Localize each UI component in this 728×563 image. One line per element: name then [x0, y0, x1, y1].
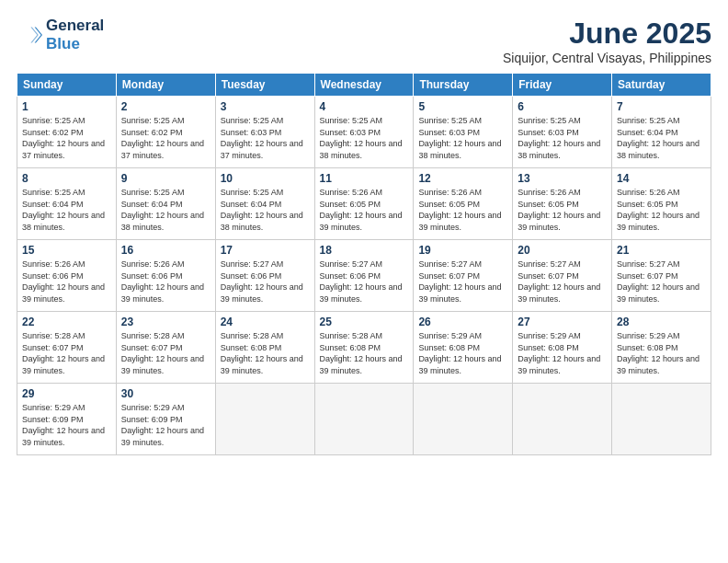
cell-info: Sunrise: 5:26 AMSunset: 6:05 PMDaylight:…	[320, 188, 403, 232]
day-number: 11	[320, 172, 409, 185]
location-title: Siquijor, Central Visayas, Philippines	[503, 51, 711, 65]
table-row: 17 Sunrise: 5:27 AMSunset: 6:06 PMDaylig…	[215, 240, 314, 312]
day-number: 16	[121, 244, 210, 257]
table-row: 4 Sunrise: 5:25 AMSunset: 6:03 PMDayligh…	[314, 97, 414, 168]
calendar-week-row: 8 Sunrise: 5:25 AMSunset: 6:04 PMDayligh…	[17, 168, 711, 240]
col-wednesday: Wednesday	[314, 74, 414, 97]
calendar: Sunday Monday Tuesday Wednesday Thursday…	[17, 73, 711, 455]
day-number: 4	[320, 100, 409, 113]
table-row: 15 Sunrise: 5:26 AMSunset: 6:06 PMDaylig…	[17, 240, 117, 312]
day-number: 29	[22, 387, 111, 400]
table-row: 13 Sunrise: 5:26 AMSunset: 6:05 PMDaylig…	[513, 168, 612, 240]
table-row	[314, 384, 414, 455]
calendar-week-row: 1 Sunrise: 5:25 AMSunset: 6:02 PMDayligh…	[17, 97, 711, 168]
table-row: 27 Sunrise: 5:29 AMSunset: 6:08 PMDaylig…	[513, 312, 612, 384]
cell-info: Sunrise: 5:25 AMSunset: 6:03 PMDaylight:…	[221, 116, 303, 160]
page: General Blue June 2025 Siquijor, Central…	[0, 0, 728, 563]
day-number: 9	[121, 172, 210, 185]
table-row	[612, 384, 711, 455]
cell-info: Sunrise: 5:25 AMSunset: 6:03 PMDaylight:…	[418, 116, 501, 160]
cell-info: Sunrise: 5:26 AMSunset: 6:05 PMDaylight:…	[617, 188, 700, 232]
cell-info: Sunrise: 5:27 AMSunset: 6:06 PMDaylight:…	[320, 259, 403, 304]
day-number: 15	[22, 244, 111, 257]
day-number: 17	[221, 244, 310, 257]
table-row: 10 Sunrise: 5:25 AMSunset: 6:04 PMDaylig…	[215, 168, 314, 240]
cell-info: Sunrise: 5:27 AMSunset: 6:06 PMDaylight:…	[221, 259, 303, 304]
table-row: 28 Sunrise: 5:29 AMSunset: 6:08 PMDaylig…	[612, 312, 711, 384]
cell-info: Sunrise: 5:25 AMSunset: 6:02 PMDaylight:…	[121, 116, 204, 160]
logo-text: General Blue	[46, 17, 104, 52]
cell-info: Sunrise: 5:28 AMSunset: 6:08 PMDaylight:…	[221, 331, 303, 375]
table-row	[414, 384, 513, 455]
col-tuesday: Tuesday	[215, 74, 314, 97]
day-number: 19	[418, 244, 507, 257]
cell-info: Sunrise: 5:27 AMSunset: 6:07 PMDaylight:…	[418, 259, 501, 304]
cell-info: Sunrise: 5:29 AMSunset: 6:08 PMDaylight:…	[617, 331, 700, 375]
day-number: 21	[617, 244, 706, 257]
calendar-header-row: Sunday Monday Tuesday Wednesday Thursday…	[17, 74, 711, 97]
table-row	[513, 384, 612, 455]
calendar-week-row: 29 Sunrise: 5:29 AMSunset: 6:09 PMDaylig…	[17, 384, 711, 455]
cell-info: Sunrise: 5:25 AMSunset: 6:04 PMDaylight:…	[617, 116, 700, 160]
col-monday: Monday	[116, 74, 215, 97]
table-row: 7 Sunrise: 5:25 AMSunset: 6:04 PMDayligh…	[612, 97, 711, 168]
table-row: 24 Sunrise: 5:28 AMSunset: 6:08 PMDaylig…	[215, 312, 314, 384]
cell-info: Sunrise: 5:26 AMSunset: 6:06 PMDaylight:…	[22, 259, 105, 304]
cell-info: Sunrise: 5:28 AMSunset: 6:07 PMDaylight:…	[22, 331, 105, 375]
col-thursday: Thursday	[414, 74, 513, 97]
day-number: 30	[121, 387, 210, 400]
cell-info: Sunrise: 5:25 AMSunset: 6:04 PMDaylight:…	[221, 188, 303, 232]
cell-info: Sunrise: 5:26 AMSunset: 6:05 PMDaylight:…	[418, 188, 501, 232]
day-number: 27	[518, 316, 607, 328]
cell-info: Sunrise: 5:29 AMSunset: 6:09 PMDaylight:…	[22, 403, 105, 447]
cell-info: Sunrise: 5:26 AMSunset: 6:05 PMDaylight:…	[518, 188, 600, 232]
cell-info: Sunrise: 5:28 AMSunset: 6:07 PMDaylight:…	[121, 331, 204, 375]
day-number: 23	[121, 316, 210, 328]
table-row: 3 Sunrise: 5:25 AMSunset: 6:03 PMDayligh…	[215, 97, 314, 168]
day-number: 26	[418, 316, 507, 328]
table-row: 25 Sunrise: 5:28 AMSunset: 6:08 PMDaylig…	[314, 312, 414, 384]
header: General Blue June 2025 Siquijor, Central…	[17, 17, 711, 65]
day-number: 2	[121, 100, 210, 113]
col-friday: Friday	[513, 74, 612, 97]
day-number: 12	[418, 172, 507, 185]
day-number: 10	[221, 172, 310, 185]
day-number: 8	[22, 172, 111, 185]
cell-info: Sunrise: 5:29 AMSunset: 6:08 PMDaylight:…	[418, 331, 501, 375]
cell-info: Sunrise: 5:25 AMSunset: 6:04 PMDaylight:…	[121, 188, 204, 232]
day-number: 5	[418, 100, 507, 113]
cell-info: Sunrise: 5:25 AMSunset: 6:02 PMDaylight:…	[22, 116, 105, 160]
day-number: 24	[221, 316, 310, 328]
cell-info: Sunrise: 5:25 AMSunset: 6:03 PMDaylight:…	[518, 116, 600, 160]
cell-info: Sunrise: 5:29 AMSunset: 6:08 PMDaylight:…	[518, 331, 600, 375]
logo: General Blue	[17, 17, 104, 52]
day-number: 25	[320, 316, 409, 328]
cell-info: Sunrise: 5:29 AMSunset: 6:09 PMDaylight:…	[121, 403, 204, 447]
table-row: 5 Sunrise: 5:25 AMSunset: 6:03 PMDayligh…	[414, 97, 513, 168]
table-row: 22 Sunrise: 5:28 AMSunset: 6:07 PMDaylig…	[17, 312, 117, 384]
day-number: 13	[518, 172, 607, 185]
col-sunday: Sunday	[17, 74, 117, 97]
day-number: 14	[617, 172, 706, 185]
day-number: 1	[22, 100, 111, 113]
day-number: 22	[22, 316, 111, 328]
logo-icon	[17, 22, 42, 48]
day-number: 6	[518, 100, 607, 113]
table-row: 12 Sunrise: 5:26 AMSunset: 6:05 PMDaylig…	[414, 168, 513, 240]
table-row: 1 Sunrise: 5:25 AMSunset: 6:02 PMDayligh…	[17, 97, 117, 168]
cell-info: Sunrise: 5:27 AMSunset: 6:07 PMDaylight:…	[617, 259, 700, 304]
day-number: 7	[617, 100, 706, 113]
month-title: June 2025	[503, 17, 711, 51]
day-number: 18	[320, 244, 409, 257]
table-row	[215, 384, 314, 455]
cell-info: Sunrise: 5:25 AMSunset: 6:04 PMDaylight:…	[22, 188, 105, 232]
day-number: 20	[518, 244, 607, 257]
table-row: 11 Sunrise: 5:26 AMSunset: 6:05 PMDaylig…	[314, 168, 414, 240]
cell-info: Sunrise: 5:28 AMSunset: 6:08 PMDaylight:…	[320, 331, 403, 375]
cell-info: Sunrise: 5:27 AMSunset: 6:07 PMDaylight:…	[518, 259, 600, 304]
table-row: 23 Sunrise: 5:28 AMSunset: 6:07 PMDaylig…	[116, 312, 215, 384]
cell-info: Sunrise: 5:25 AMSunset: 6:03 PMDaylight:…	[320, 116, 403, 160]
cell-info: Sunrise: 5:26 AMSunset: 6:06 PMDaylight:…	[121, 259, 204, 304]
title-block: June 2025 Siquijor, Central Visayas, Phi…	[503, 17, 711, 65]
table-row: 14 Sunrise: 5:26 AMSunset: 6:05 PMDaylig…	[612, 168, 711, 240]
